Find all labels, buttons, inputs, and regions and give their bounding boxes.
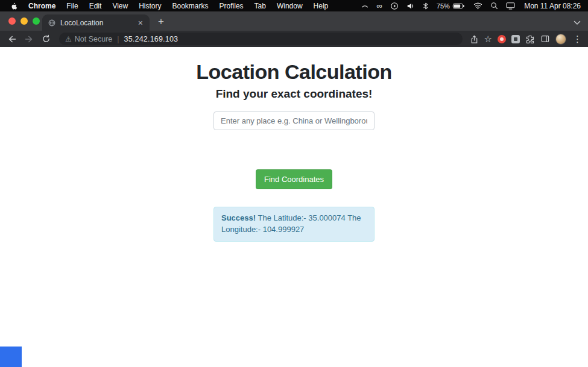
- menubar-item-view[interactable]: View: [107, 2, 133, 10]
- result-alert: Success! The Latitude:- 35.000074 The Lo…: [213, 207, 375, 242]
- battery-indicator[interactable]: 75%: [437, 2, 466, 10]
- apple-menu[interactable]: [6, 2, 23, 10]
- find-coordinates-button[interactable]: Find Coordinates: [256, 169, 332, 189]
- close-window-button[interactable]: [8, 17, 16, 25]
- play-circle-icon[interactable]: [390, 2, 399, 10]
- menubar-item-file[interactable]: File: [61, 2, 83, 10]
- browser-tab[interactable]: LocoLocation ×: [42, 14, 150, 31]
- globe-favicon: [48, 19, 56, 27]
- menubar-item-window[interactable]: Window: [271, 2, 308, 10]
- chrome-tab-strip: LocoLocation × +: [0, 11, 588, 31]
- place-input[interactable]: [213, 111, 375, 130]
- extensions-puzzle-icon[interactable]: [525, 34, 535, 44]
- menubar-item-bookmarks[interactable]: Bookmarks: [167, 2, 214, 10]
- security-label[interactable]: Not Secure: [75, 35, 113, 43]
- glasses-icon[interactable]: ∞: [377, 2, 382, 10]
- chrome-toolbar: ⚠ Not Secure | 35.242.169.103 ☆ ⋮: [0, 31, 588, 47]
- menubar-item-history[interactable]: History: [133, 2, 166, 10]
- display-icon[interactable]: [506, 2, 515, 10]
- bluetooth-icon[interactable]: [423, 2, 429, 10]
- address-bar[interactable]: ⚠ Not Secure | 35.242.169.103: [59, 33, 463, 45]
- zoom-window-button[interactable]: [33, 17, 40, 25]
- extension-icon[interactable]: [511, 35, 520, 43]
- tab-close-icon[interactable]: ×: [137, 19, 144, 27]
- macos-menu-bar: Chrome File Edit View History Bookmarks …: [0, 0, 588, 11]
- menubar-item-edit[interactable]: Edit: [84, 2, 107, 10]
- tab-title: LocoLocation: [60, 19, 133, 27]
- tab-search-chevron-icon[interactable]: [574, 20, 581, 25]
- share-icon[interactable]: [470, 34, 479, 44]
- menubar-item-chrome[interactable]: Chrome: [23, 2, 61, 10]
- back-button[interactable]: [5, 33, 19, 46]
- wifi-icon[interactable]: [473, 2, 482, 10]
- toolbar-actions: ☆ ⋮: [469, 34, 583, 45]
- reload-button[interactable]: [39, 33, 53, 46]
- forward-button[interactable]: [22, 33, 36, 46]
- spotlight-search-icon[interactable]: [490, 2, 498, 10]
- menubar-item-profiles[interactable]: Profiles: [214, 2, 249, 10]
- apple-icon: [11, 2, 18, 10]
- menubar-item-help[interactable]: Help: [308, 2, 334, 10]
- minimize-window-button[interactable]: [21, 17, 28, 25]
- page-subtitle: Find your exact coordinates!: [0, 87, 588, 101]
- arc-status-icon[interactable]: [361, 2, 369, 10]
- web-page: Location Calculation Find your exact coo…: [0, 47, 588, 367]
- window-controls: [8, 17, 40, 25]
- alert-success-label: Success!: [221, 213, 256, 222]
- profile-avatar[interactable]: [555, 34, 566, 45]
- url-text[interactable]: 35.242.169.103: [124, 35, 179, 43]
- address-separator: |: [117, 35, 119, 43]
- volume-icon[interactable]: [406, 2, 415, 10]
- not-secure-warning-icon: ⚠: [65, 35, 72, 43]
- menubar-clock[interactable]: Mon 11 Apr 08:26: [523, 2, 581, 10]
- new-tab-button[interactable]: +: [153, 14, 169, 30]
- chrome-menu-kebab-icon[interactable]: ⋮: [572, 34, 583, 43]
- menubar-item-tab[interactable]: Tab: [249, 2, 271, 10]
- menubar-status-area: ∞ 75% Mon 11 Apr 08:26: [361, 2, 585, 10]
- side-panel-icon[interactable]: [540, 34, 550, 43]
- adblock-extension-icon[interactable]: [498, 35, 506, 43]
- bookmark-star-icon[interactable]: ☆: [484, 34, 492, 43]
- bottom-left-blue-patch: [0, 347, 22, 367]
- battery-percent: 75%: [437, 2, 450, 10]
- page-title: Location Calculation: [0, 60, 588, 84]
